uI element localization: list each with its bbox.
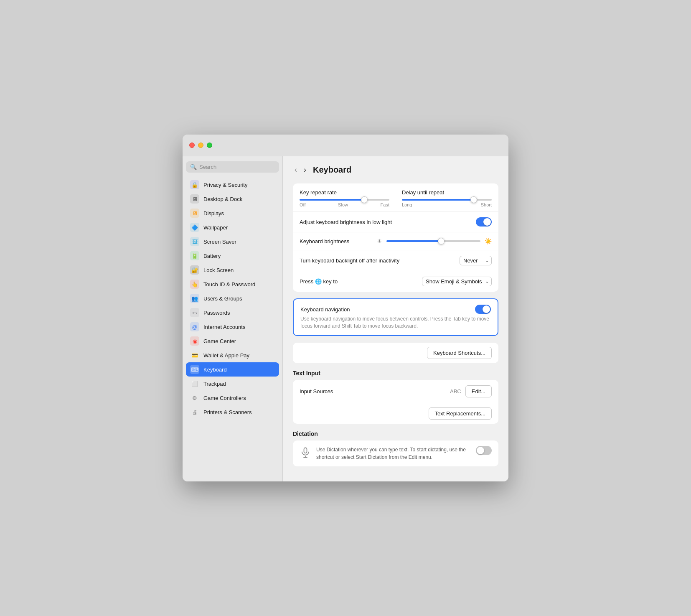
sidebar-item-label-privacy-security: Privacy & Security: [203, 182, 247, 188]
sidebar-icon-internet-accounts: @: [190, 322, 199, 331]
sidebar-icon-wallpaper: 🔷: [190, 223, 199, 232]
repeat-sliders: Key repeat rate Off Slow Fast: [293, 183, 498, 212]
keyboard-nav-toggle[interactable]: [475, 305, 491, 314]
sidebar-item-passwords[interactable]: 🗝 Passwords: [186, 305, 279, 320]
delay-repeat-track[interactable]: [402, 199, 492, 201]
brightness-track[interactable]: [386, 240, 480, 242]
sidebar-icon-users-groups: 👥: [190, 294, 199, 303]
press-globe-select[interactable]: Show Emoji & Symbols Change Input Source…: [422, 277, 492, 286]
sidebar-icon-trackpad: ⬜: [190, 379, 199, 388]
delay-long: Long: [402, 202, 412, 207]
sidebar-icon-displays: 🖥: [190, 209, 199, 218]
sidebar-icon-keyboard: ⌨: [190, 365, 199, 374]
traffic-lights: [189, 143, 212, 148]
sliders-container: Key repeat rate Off Slow Fast: [300, 189, 492, 207]
keyboard-nav-header: Keyboard navigation: [300, 305, 491, 314]
backlight-off-row: Turn keyboard backlight off after inacti…: [293, 250, 498, 271]
microphone-icon: [300, 447, 311, 458]
adjust-brightness-toggle[interactable]: [476, 217, 492, 227]
search-bar[interactable]: 🔍 Search: [186, 161, 279, 173]
sidebar-item-label-printers-scanners: Printers & Scanners: [203, 409, 252, 415]
keyboard-nav-title: Keyboard navigation: [300, 306, 350, 313]
dictation-row: Use Dictation wherever you can type text…: [293, 440, 498, 466]
back-button[interactable]: ‹: [293, 165, 299, 175]
settings-window: 🔍 Search 🔒 Privacy & Security 🖥 Desktop …: [183, 135, 508, 481]
sidebar-item-lock-screen[interactable]: 🔐 Lock Screen: [186, 263, 279, 277]
text-input-section: Input Sources ABC Edit... Text Replaceme…: [293, 380, 498, 424]
sidebar-item-screen-saver[interactable]: 🖼 Screen Saver: [186, 234, 279, 249]
dictation-toggle[interactable]: [476, 446, 492, 455]
dictation-section-title: Dictation: [293, 430, 498, 437]
sidebar-item-label-screen-saver: Screen Saver: [203, 239, 236, 245]
sidebar-item-label-displays: Displays: [203, 210, 224, 216]
text-input-section-title: Text Input: [293, 370, 498, 377]
sidebar-item-wallpaper[interactable]: 🔷 Wallpaper: [186, 220, 279, 234]
delay-sub-labels: Long Short: [402, 202, 492, 207]
sidebar-item-label-users-groups: Users & Groups: [203, 295, 242, 302]
sidebar-item-game-center[interactable]: ◉ Game Center: [186, 334, 279, 348]
keyboard-shortcuts-button[interactable]: Keyboard Shortcuts...: [427, 347, 492, 359]
sidebar-item-game-controllers[interactable]: ⚙ Game Controllers: [186, 391, 279, 405]
sidebar-item-label-wallpaper: Wallpaper: [203, 224, 228, 231]
key-repeat-track[interactable]: [300, 199, 389, 201]
sidebar-item-label-battery: Battery: [203, 253, 221, 259]
close-button[interactable]: [189, 143, 195, 148]
input-sources-label: Input Sources: [300, 388, 450, 395]
key-repeat-label: Key repeat rate: [300, 189, 389, 196]
sliders-section: Key repeat rate Off Slow Fast: [293, 183, 498, 292]
sidebar-icon-battery: 🔋: [190, 251, 199, 260]
keyboard-nav-section: Keyboard navigation Use keyboard navigat…: [293, 298, 498, 336]
sidebar-icon-screen-saver: 🖼: [190, 237, 199, 246]
sidebar-item-keyboard[interactable]: ⌨ Keyboard: [186, 362, 279, 377]
forward-button[interactable]: ›: [302, 165, 308, 175]
brightness-low-icon: ☀: [377, 238, 382, 244]
delay-short: Short: [481, 202, 492, 207]
sidebar-item-users-groups[interactable]: 👥 Users & Groups: [186, 291, 279, 305]
sidebar-item-desktop-dock[interactable]: 🖥 Desktop & Dock: [186, 192, 279, 206]
sidebar-item-displays[interactable]: 🖥 Displays: [186, 206, 279, 220]
sidebar-item-label-keyboard: Keyboard: [203, 367, 227, 373]
sidebar-item-wallet-apple-pay[interactable]: 💳 Wallet & Apple Pay: [186, 348, 279, 362]
window-content: 🔍 Search 🔒 Privacy & Security 🖥 Desktop …: [183, 156, 508, 481]
search-placeholder: Search: [199, 164, 216, 170]
sidebar-item-touch-id[interactable]: 👆 Touch ID & Password: [186, 277, 279, 291]
text-replacements-button[interactable]: Text Replacements...: [429, 407, 492, 420]
press-globe-select-wrapper: Show Emoji & Symbols Change Input Source…: [422, 277, 492, 286]
minimize-button[interactable]: [198, 143, 203, 148]
sidebar-item-battery[interactable]: 🔋 Battery: [186, 249, 279, 263]
keyboard-nav-desc: Use keyboard navigation to move focus be…: [300, 316, 491, 330]
sidebar-item-privacy-security[interactable]: 🔒 Privacy & Security: [186, 178, 279, 192]
sidebar-item-internet-accounts[interactable]: @ Internet Accounts: [186, 320, 279, 334]
repeat-slow: Slow: [338, 202, 348, 207]
sidebar-item-label-touch-id: Touch ID & Password: [203, 281, 255, 288]
sidebar-item-label-wallet-apple-pay: Wallet & Apple Pay: [203, 352, 249, 359]
input-sources-row: Input Sources ABC Edit...: [293, 380, 498, 403]
backlight-off-label: Turn keyboard backlight off after inacti…: [300, 257, 460, 264]
sidebar-items-container: 🔒 Privacy & Security 🖥 Desktop & Dock 🖥 …: [186, 178, 279, 419]
maximize-button[interactable]: [207, 143, 212, 148]
sidebar-item-label-lock-screen: Lock Screen: [203, 267, 234, 273]
page-title: Keyboard: [313, 165, 351, 175]
search-icon: 🔍: [190, 164, 197, 170]
sidebar-icon-desktop-dock: 🖥: [190, 194, 199, 204]
sidebar-icon-wallet-apple-pay: 💳: [190, 351, 199, 360]
text-replacements-btn-row: Text Replacements...: [293, 403, 498, 424]
sidebar-icon-passwords: 🗝: [190, 308, 199, 317]
sidebar-item-printers-scanners[interactable]: 🖨 Printers & Scanners: [186, 405, 279, 419]
adjust-brightness-row: Adjust keyboard brightness in low light: [293, 212, 498, 232]
sidebar-item-label-passwords: Passwords: [203, 310, 230, 316]
sidebar-icon-game-controllers: ⚙: [190, 393, 199, 402]
adjust-brightness-label: Adjust keyboard brightness in low light: [300, 219, 476, 225]
edit-button[interactable]: Edit...: [465, 385, 492, 397]
backlight-off-select[interactable]: Never 5 secs 10 secs 30 secs 1 min: [460, 256, 492, 265]
key-repeat-group: Key repeat rate Off Slow Fast: [300, 189, 389, 207]
repeat-off: Off: [300, 202, 305, 207]
keyboard-brightness-row: Keyboard brightness ☀ ☀️: [293, 232, 498, 250]
main-content: ‹ › Keyboard Key repeat rate: [283, 156, 508, 481]
sidebar: 🔍 Search 🔒 Privacy & Security 🖥 Desktop …: [183, 156, 283, 481]
sidebar-item-trackpad[interactable]: ⬜ Trackpad: [186, 377, 279, 391]
sidebar-icon-game-center: ◉: [190, 336, 199, 346]
sidebar-item-label-trackpad: Trackpad: [203, 381, 226, 387]
dictation-desc: Use Dictation wherever you can type text…: [316, 446, 471, 461]
sidebar-item-label-game-center: Game Center: [203, 338, 236, 344]
